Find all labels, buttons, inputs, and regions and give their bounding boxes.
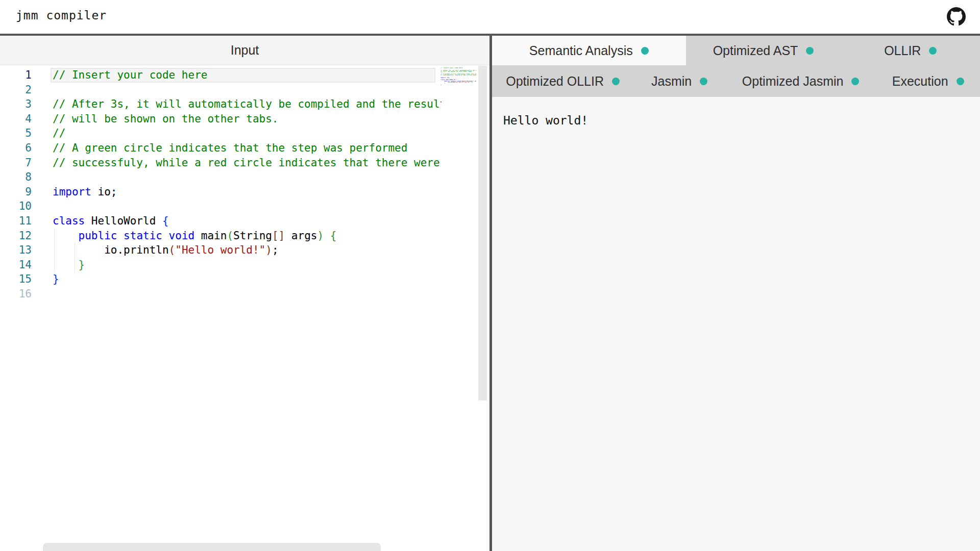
code-line	[53, 83, 442, 97]
line-number: 11	[0, 214, 32, 229]
status-dot-icon	[700, 78, 707, 85]
line-number: 16	[0, 287, 32, 302]
status-dot-icon	[851, 78, 859, 85]
line-number: 13	[0, 243, 32, 258]
code-editor[interactable]: 12345678910111213141516 // Insert your c…	[0, 66, 489, 551]
app-title: jmm compiler	[16, 9, 107, 22]
line-number: 6	[0, 141, 32, 156]
editor-minimap[interactable]: // Insert your code here// After 3s, it …	[440, 67, 476, 90]
tab-label: Optimized AST	[713, 43, 798, 58]
code-line: io.println("Hello world!");	[53, 243, 442, 258]
main-split: Input 12345678910111213141516 // Insert …	[0, 34, 980, 551]
tab-jasmin[interactable]: Jasmin	[633, 65, 725, 97]
code-line: class HelloWorld {	[53, 214, 442, 229]
tab-row-1: Semantic AnalysisOptimized ASTOLLIR	[492, 36, 980, 65]
line-number: 15	[0, 272, 32, 287]
code-line	[440, 85, 476, 86]
editor-code: // Insert your code here// After 3s, it …	[53, 68, 442, 302]
tab-optimized-jasmin[interactable]: Optimized Jasmin	[725, 65, 876, 97]
vertical-scrollbar[interactable]	[478, 66, 487, 400]
tab-optimized-ollir[interactable]: Optimized OLLIR	[492, 65, 633, 97]
results-panel: Semantic AnalysisOptimized ASTOLLIR Opti…	[492, 36, 980, 551]
app-header: jmm compiler	[0, 0, 980, 34]
tab-input[interactable]: Input	[0, 36, 489, 65]
tab-semantic-analysis[interactable]: Semantic Analysis	[492, 36, 686, 65]
line-number: 9	[0, 185, 32, 199]
tab-label: Optimized Jasmin	[742, 74, 844, 89]
status-dot-icon	[806, 47, 814, 55]
tab-label: OLLIR	[884, 43, 921, 58]
code-line: import io;	[53, 185, 442, 199]
line-number: 5	[0, 126, 32, 141]
status-dot-icon	[957, 78, 964, 85]
code-line: // Insert your code here	[53, 68, 442, 83]
code-line: // will be shown on the other tabs.	[440, 71, 476, 72]
output-panel: Hello world!	[492, 97, 980, 551]
tab-label: Optimized OLLIR	[506, 74, 604, 89]
line-number: 7	[0, 156, 32, 170]
tab-row-2: Optimized OLLIRJasminOptimized JasminExe…	[492, 65, 980, 97]
status-dot-icon	[641, 47, 649, 55]
code-line: // successfuly, while a red circle indic…	[53, 156, 442, 170]
code-line: //	[53, 126, 442, 141]
line-number: 8	[0, 170, 32, 185]
code-line: // successfuly, while a red circle indic…	[440, 74, 476, 76]
line-number: 12	[0, 229, 32, 243]
tab-label: Jasmin	[651, 74, 692, 89]
input-panel: Input 12345678910111213141516 // Insert …	[0, 36, 489, 551]
line-number: 2	[0, 83, 32, 97]
line-number: 14	[0, 258, 32, 272]
code-line: public static void main(String[] args) {	[53, 229, 442, 243]
editor-gutter: 12345678910111213141516	[0, 68, 32, 302]
line-number: 1	[0, 68, 32, 83]
tab-input-label: Input	[231, 43, 259, 58]
status-dot-icon	[929, 47, 937, 55]
code-line	[53, 170, 442, 185]
github-octocat-icon	[947, 7, 966, 26]
output-text: Hello world!	[503, 114, 588, 127]
tab-label: Execution	[892, 74, 948, 89]
code-line: io.println("Hello world!");	[440, 82, 476, 83]
code-line: // will be shown on the other tabs.	[53, 112, 442, 127]
tab-optimized-ast[interactable]: Optimized AST	[686, 36, 841, 65]
code-line	[53, 199, 442, 214]
horizontal-scrollbar[interactable]	[43, 543, 381, 551]
code-line: // A green circle indicates that the ste…	[53, 141, 442, 156]
line-number: 10	[0, 199, 32, 214]
code-line: }	[53, 258, 442, 272]
tab-ollir[interactable]: OLLIR	[841, 36, 980, 65]
tab-label: Semantic Analysis	[529, 43, 633, 58]
code-line	[53, 287, 442, 302]
status-dot-icon	[612, 78, 620, 85]
line-number: 4	[0, 112, 32, 127]
code-line: }	[53, 272, 442, 287]
tab-execution[interactable]: Execution	[876, 65, 980, 97]
code-line: // After 3s, it will automatically be co…	[53, 97, 442, 112]
line-number: 3	[0, 97, 32, 112]
github-link[interactable]	[947, 7, 966, 26]
